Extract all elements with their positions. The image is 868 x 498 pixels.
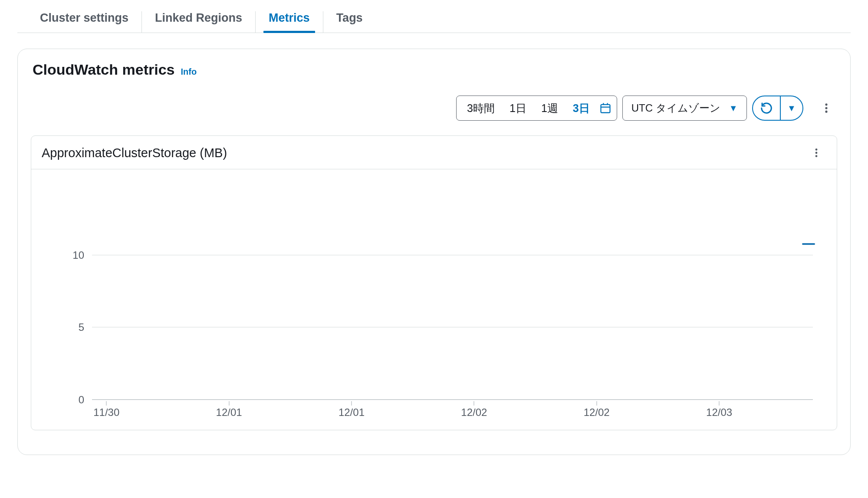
chart-card: ApproximateClusterStorage (MB) 10 5 0 [31,135,837,430]
x-tick-0: 11/30 [93,406,119,419]
y-tick-5: 5 [79,321,84,333]
timezone-select[interactable]: UTC タイムゾーン ▼ [622,96,747,121]
x-axis-labels: 11/30 12/01 12/01 12/02 12/02 12/03 [92,406,813,424]
range-1w[interactable]: 1週 [536,99,563,117]
svg-point-9 [815,155,818,157]
refresh-button[interactable] [753,96,780,120]
range-3d[interactable]: 3日 [568,99,595,117]
refresh-dropdown[interactable]: ▼ [781,96,802,120]
info-link[interactable]: Info [181,67,197,77]
svg-point-4 [825,103,827,106]
chart-toolbar: 3時間 1日 1週 3日 UTC タイムゾーン ▼ [31,96,837,121]
caret-down-icon: ▼ [729,103,738,113]
range-3h[interactable]: 3時間 [462,99,500,117]
panel-header: CloudWatch metrics Info [31,61,837,78]
tabs: Cluster settings Linked Regions Metrics … [17,11,851,33]
panel-title: CloudWatch metrics [33,61,174,78]
toolbar-kebab-menu[interactable] [816,98,836,118]
range-1d[interactable]: 1日 [504,99,532,117]
chart-body: 10 5 0 11/30 12/01 12/01 12/02 12/02 12/… [31,169,837,430]
svg-point-6 [825,111,827,113]
y-tick-10: 10 [72,249,84,261]
tab-linked-regions[interactable]: Linked Regions [141,11,255,33]
svg-point-7 [815,148,818,151]
x-tick-1: 12/01 [216,406,242,419]
svg-point-8 [815,152,818,154]
chart-title: ApproximateClusterStorage (MB) [42,146,227,160]
chart-header: ApproximateClusterStorage (MB) [31,136,837,169]
refresh-button-group: ▼ [752,96,804,121]
tab-tags[interactable]: Tags [323,11,376,33]
x-tick-4: 12/02 [584,406,610,419]
y-tick-0: 0 [79,394,84,406]
svg-rect-0 [601,105,610,113]
x-tick-3: 12/02 [461,406,487,419]
tab-cluster-settings[interactable]: Cluster settings [27,11,141,33]
chart-plot-area: 10 5 0 [92,187,813,399]
chart-kebab-menu[interactable] [806,143,826,163]
calendar-icon[interactable] [599,102,612,114]
time-range-segmented: 3時間 1日 1週 3日 [456,96,617,121]
x-tick-2: 12/01 [339,406,365,419]
svg-point-5 [825,107,827,109]
metrics-panel: CloudWatch metrics Info 3時間 1日 1週 3日 UTC… [17,49,851,455]
x-tick-5: 12/03 [706,406,732,419]
timezone-label: UTC タイムゾーン [631,101,720,115]
tab-metrics[interactable]: Metrics [255,11,323,33]
